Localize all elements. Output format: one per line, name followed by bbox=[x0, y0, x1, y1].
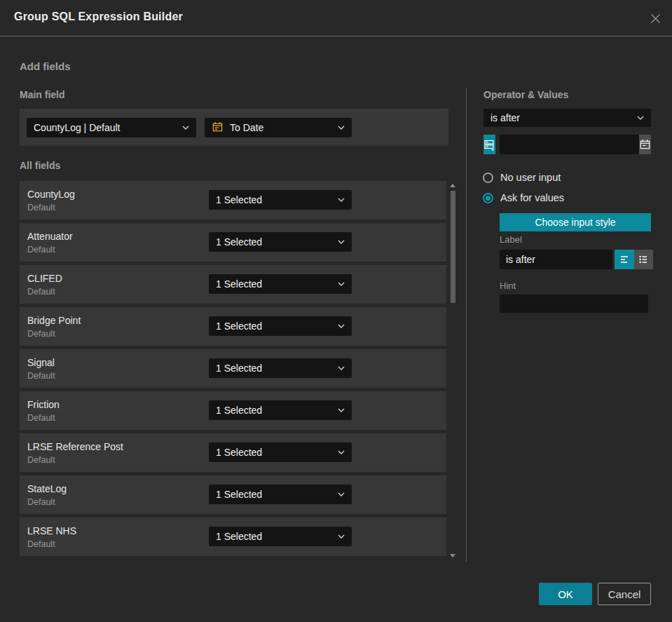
ok-button[interactable]: OK bbox=[539, 583, 592, 605]
field-values-select-value: 1 Selected bbox=[216, 236, 262, 248]
radio-ask-for-values-label: Ask for values bbox=[500, 192, 564, 203]
label-caption: Label bbox=[500, 234, 522, 245]
field-name: CountyLog bbox=[27, 189, 75, 200]
calendar-icon bbox=[212, 121, 224, 133]
field-values-select[interactable]: 1 Selected bbox=[209, 274, 352, 294]
field-values-select[interactable]: 1 Selected bbox=[209, 190, 352, 210]
field-values-select[interactable]: 1 Selected bbox=[209, 358, 352, 378]
operator-select[interactable]: is after bbox=[484, 109, 651, 127]
label-style-textbox-button[interactable] bbox=[615, 250, 634, 269]
cancel-button[interactable]: Cancel bbox=[598, 583, 651, 605]
dialog-title: Group SQL Expression Builder bbox=[14, 11, 183, 23]
field-values-select-value: 1 Selected bbox=[216, 447, 262, 458]
main-field-select-value: CountyLog | Default bbox=[34, 122, 121, 133]
all-fields-list: CountyLog Default 1 Selected Attenuator … bbox=[20, 181, 446, 560]
field-values-select[interactable]: 1 Selected bbox=[209, 485, 352, 504]
radio-ask-for-values[interactable]: Ask for values bbox=[483, 192, 564, 203]
chevron-down-icon bbox=[637, 116, 644, 120]
main-date-select[interactable]: To Date bbox=[205, 118, 352, 137]
chevron-down-icon bbox=[338, 408, 345, 412]
field-name: Bridge Point bbox=[27, 315, 81, 326]
field-values-select[interactable]: 1 Selected bbox=[209, 400, 352, 420]
field-name: LRSE Reference Post bbox=[27, 441, 123, 452]
field-name: LRSE NHS bbox=[27, 525, 76, 536]
field-subtitle: Default bbox=[27, 371, 55, 381]
value-input-row bbox=[484, 135, 651, 154]
panel-divider bbox=[466, 88, 467, 562]
field-row: CountyLog Default 1 Selected bbox=[20, 181, 446, 219]
date-picker-button[interactable] bbox=[639, 135, 651, 154]
field-subtitle: Default bbox=[27, 203, 55, 212]
main-field-select[interactable]: CountyLog | Default bbox=[27, 118, 196, 137]
field-name: Friction bbox=[27, 399, 60, 410]
field-subtitle: Default bbox=[27, 245, 55, 255]
chevron-down-icon bbox=[182, 126, 189, 130]
operator-values-heading: Operator & Values bbox=[484, 89, 568, 100]
chevron-down-icon bbox=[338, 366, 345, 370]
field-values-select[interactable]: 1 Selected bbox=[209, 442, 352, 462]
stack-icon bbox=[484, 139, 495, 151]
field-row: Friction Default 1 Selected bbox=[20, 391, 446, 430]
chevron-down-icon bbox=[338, 198, 345, 202]
main-field-heading: Main field bbox=[20, 89, 65, 100]
field-subtitle: Default bbox=[27, 455, 55, 465]
field-subtitle: Default bbox=[27, 329, 55, 339]
bullet-list-icon bbox=[638, 254, 649, 265]
hint-caption: Hint bbox=[500, 280, 516, 291]
field-name: Attenuator bbox=[27, 231, 73, 242]
field-values-select-value: 1 Selected bbox=[216, 320, 262, 332]
main-field-panel: CountyLog | Default To Date bbox=[20, 109, 448, 146]
value-source-button[interactable] bbox=[484, 135, 495, 154]
field-name: StateLog bbox=[27, 483, 67, 494]
field-values-select-value: 1 Selected bbox=[216, 531, 262, 542]
scroll-down-arrow-icon[interactable] bbox=[450, 554, 455, 557]
hint-input[interactable] bbox=[500, 295, 648, 313]
field-subtitle: Default bbox=[27, 497, 55, 507]
radio-no-user-input-label: No user input bbox=[500, 172, 561, 183]
label-input[interactable] bbox=[500, 250, 612, 269]
field-values-select[interactable]: 1 Selected bbox=[209, 232, 352, 252]
chevron-down-icon bbox=[338, 126, 345, 130]
group-sql-expression-builder-dialog: Group SQL Expression Builder Add fields … bbox=[0, 0, 672, 622]
chevron-down-icon bbox=[338, 282, 345, 286]
add-fields-heading: Add fields bbox=[20, 60, 71, 72]
main-date-select-value: To Date bbox=[230, 122, 263, 133]
all-fields-heading: All fields bbox=[20, 160, 60, 171]
field-values-select-value: 1 Selected bbox=[216, 489, 262, 500]
field-row: Attenuator Default 1 Selected bbox=[20, 223, 446, 262]
field-name: CLIFED bbox=[27, 273, 62, 284]
radio-no-user-input[interactable]: No user input bbox=[483, 172, 561, 183]
radio-checked-icon bbox=[483, 193, 493, 203]
chevron-down-icon bbox=[338, 324, 345, 328]
calendar-icon bbox=[639, 139, 651, 151]
scrollbar-thumb[interactable] bbox=[451, 191, 455, 303]
dialog-header: Group SQL Expression Builder bbox=[0, 0, 672, 36]
radio-unchecked-icon bbox=[483, 173, 493, 183]
field-row: StateLog Default 1 Selected bbox=[20, 475, 446, 514]
field-row: LRSE NHS Default 1 Selected bbox=[20, 518, 446, 556]
operator-select-value: is after bbox=[491, 112, 520, 123]
close-icon bbox=[650, 13, 661, 25]
field-row: Bridge Point Default 1 Selected bbox=[20, 307, 446, 346]
field-subtitle: Default bbox=[27, 413, 55, 423]
field-values-select[interactable]: 1 Selected bbox=[209, 527, 352, 546]
field-values-select[interactable]: 1 Selected bbox=[209, 316, 352, 336]
chevron-down-icon bbox=[338, 240, 345, 244]
chevron-down-icon bbox=[338, 492, 345, 496]
field-subtitle: Default bbox=[27, 287, 55, 297]
fields-list-scrollbar[interactable] bbox=[449, 181, 457, 561]
field-subtitle: Default bbox=[27, 539, 55, 549]
field-values-select-value: 1 Selected bbox=[216, 405, 262, 416]
field-values-select-value: 1 Selected bbox=[216, 363, 262, 374]
align-left-icon bbox=[619, 254, 630, 265]
field-name: Signal bbox=[27, 357, 55, 368]
choose-input-style-button[interactable]: Choose input style bbox=[500, 213, 651, 231]
field-values-select-value: 1 Selected bbox=[216, 194, 262, 205]
field-row: Signal Default 1 Selected bbox=[20, 349, 446, 388]
label-style-list-button[interactable] bbox=[634, 250, 654, 269]
label-input-row bbox=[500, 250, 653, 269]
field-row: CLIFED Default 1 Selected bbox=[20, 265, 446, 304]
close-button[interactable] bbox=[648, 11, 662, 25]
value-input[interactable] bbox=[500, 135, 639, 154]
scroll-up-arrow-icon[interactable] bbox=[450, 184, 455, 187]
